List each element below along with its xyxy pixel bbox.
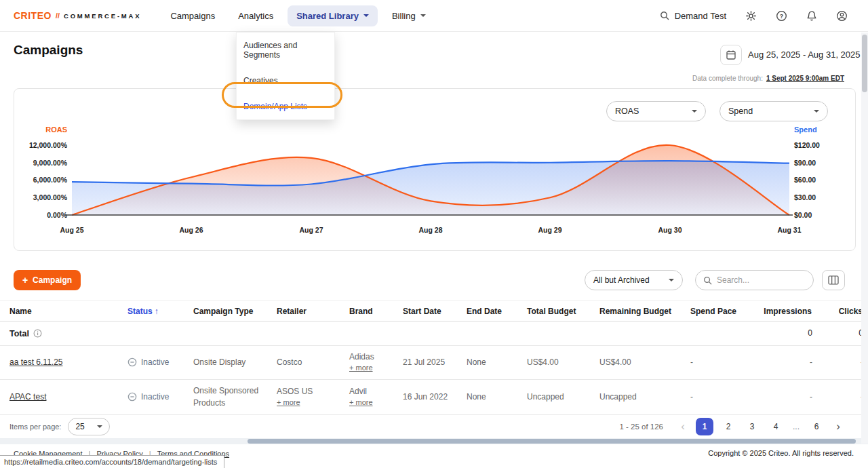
horizontal-scrollbar[interactable] xyxy=(0,438,868,444)
spend-pace-cell: - xyxy=(690,357,750,368)
status-filter-value: All but Archived xyxy=(593,275,650,285)
y-axis-tick: $0.00 xyxy=(794,211,848,219)
end-date-cell: None xyxy=(467,391,527,403)
column-header-total-budget[interactable]: Total Budget xyxy=(527,307,599,316)
search-input[interactable] xyxy=(717,275,798,285)
brand-cell: Adidas + more xyxy=(349,351,403,374)
status-cell: Inactive xyxy=(127,357,193,368)
vertical-scrollbar[interactable] xyxy=(861,33,868,444)
column-header-brand[interactable]: Brand xyxy=(349,307,403,316)
calendar-icon xyxy=(726,50,736,60)
page-button-4[interactable]: 4 xyxy=(767,418,785,435)
next-page-button[interactable] xyxy=(831,418,845,435)
new-campaign-button[interactable]: + Campaign xyxy=(14,270,81,290)
x-axis-tick: Aug 28 xyxy=(407,226,454,234)
pagination-controls: 1 - 25 of 126 1 2 3 4 ... 6 xyxy=(619,418,845,435)
campaign-name-link[interactable]: APAC test xyxy=(9,392,46,402)
data-complete-timestamp[interactable]: 1 Sept 2025 9:00am EDT xyxy=(766,75,844,82)
chevron-down-icon xyxy=(420,14,426,17)
brand-more-link[interactable]: + more xyxy=(349,397,397,408)
menu-item-creatives[interactable]: Creatives xyxy=(237,68,334,94)
column-header-campaign-type[interactable]: Campaign Type xyxy=(193,307,277,316)
left-axis-title: ROAS xyxy=(20,125,67,134)
account-button[interactable] xyxy=(836,10,848,22)
info-icon[interactable] xyxy=(33,329,42,338)
previous-page-button[interactable] xyxy=(676,418,690,435)
column-header-end-date[interactable]: End Date xyxy=(467,307,527,316)
nav-item-campaigns[interactable]: Campaigns xyxy=(161,5,224,26)
help-icon: ? xyxy=(776,10,787,22)
column-header-spend-pace[interactable]: Spend Pace xyxy=(690,307,750,316)
column-header-status[interactable]: Status xyxy=(127,307,193,316)
pagination-bar: Items per page: 25 1 - 25 of 126 1 2 3 4… xyxy=(0,414,868,438)
y-axis-tick: $60.00 xyxy=(794,176,848,184)
total-label-cell: Total xyxy=(0,329,127,338)
plus-icon: + xyxy=(22,275,28,285)
left-metric-select[interactable]: ROAS xyxy=(606,101,706,121)
nav-item-shared-library[interactable]: Shared Library xyxy=(288,5,378,26)
table-row: APAC test Inactive Onsite Sponsored Prod… xyxy=(0,380,868,415)
account-name: Demand Test xyxy=(675,11,726,21)
items-per-page-select[interactable]: 25 xyxy=(68,418,110,435)
y-axis-tick: 12,000.00% xyxy=(20,141,67,149)
campaign-name-link[interactable]: aa test 6.11.25 xyxy=(9,357,63,367)
sort-asc-icon xyxy=(155,307,159,316)
primary-nav: Campaigns Analytics Shared Library Billi… xyxy=(161,5,434,26)
settings-button[interactable] xyxy=(745,10,757,22)
column-header-retailer[interactable]: Retailer xyxy=(277,307,349,316)
campaign-type-cell: Onsite Display xyxy=(193,357,277,368)
total-budget-cell: US$4.00 xyxy=(527,357,599,368)
date-range-value[interactable]: Aug 25, 2025 - Aug 31, 2025 xyxy=(748,50,861,60)
logo-separator: // xyxy=(56,12,60,20)
retailer-more-link[interactable]: + more xyxy=(277,397,344,408)
logo-brand-text: CRITEO xyxy=(14,10,52,21)
notifications-button[interactable] xyxy=(806,10,817,22)
y-axis-tick: $30.00 xyxy=(794,193,848,201)
top-nav: CRITEO // COMMERCE-MAX Campaigns Analyti… xyxy=(0,0,868,32)
nav-item-label: Shared Library xyxy=(296,11,359,21)
svg-text:?: ? xyxy=(780,12,783,19)
retailer-name: Costco xyxy=(277,357,302,367)
x-axis-tick: Aug 26 xyxy=(167,226,215,234)
right-metric-select[interactable]: Spend xyxy=(719,101,828,121)
column-header-remaining-budget[interactable]: Remaining Budget xyxy=(599,307,690,316)
status-filter-select[interactable]: All but Archived xyxy=(585,270,683,290)
right-axis-title: Spend xyxy=(794,125,848,134)
table-total-row: Total 0 0 xyxy=(0,321,868,346)
menu-item-domain-app-lists[interactable]: Domain/App Lists xyxy=(237,94,334,119)
column-header-name[interactable]: Name xyxy=(0,307,127,316)
horizontal-scrollbar-thumb[interactable] xyxy=(248,439,856,444)
remaining-budget-cell: US$4.00 xyxy=(599,357,690,368)
retailer-cell: ASOS US + more xyxy=(277,386,349,408)
date-picker-button[interactable] xyxy=(720,45,742,65)
page-button-1[interactable]: 1 xyxy=(696,418,713,435)
column-header-start-date[interactable]: Start Date xyxy=(403,307,467,316)
copyright-text: Copyright © 2025 Criteo. All rights rese… xyxy=(708,449,854,457)
x-axis-tick: Aug 30 xyxy=(646,226,694,234)
nav-utilities: Demand Test ? xyxy=(660,10,848,22)
help-button[interactable]: ? xyxy=(776,10,787,22)
gear-icon xyxy=(745,10,757,22)
column-header-impressions[interactable]: Impressions xyxy=(750,307,818,316)
y-axis-tick: 3,000.00% xyxy=(20,193,67,201)
page-button-2[interactable]: 2 xyxy=(719,418,737,435)
column-settings-button[interactable] xyxy=(822,270,845,290)
page-button-6[interactable]: 6 xyxy=(808,418,825,435)
x-axis-tick: Aug 31 xyxy=(766,226,813,234)
campaigns-table: Name Status Campaign Type Retailer Brand… xyxy=(0,300,868,415)
status-label: Inactive xyxy=(141,357,169,368)
nav-item-billing[interactable]: Billing xyxy=(383,5,435,26)
total-clicks: 0 xyxy=(818,328,868,339)
account-switcher[interactable]: Demand Test xyxy=(660,11,726,21)
right-metric-value: Spend xyxy=(728,106,753,116)
column-header-clicks[interactable]: Clicks xyxy=(818,307,868,316)
logo-product-text: COMMERCE-MAX xyxy=(64,12,141,20)
menu-item-audiences-and-segments[interactable]: Audiences and Segments xyxy=(237,33,334,68)
clicks-cell: - xyxy=(818,391,868,403)
page-button-3[interactable]: 3 xyxy=(743,418,761,435)
brand-more-link[interactable]: + more xyxy=(349,363,397,374)
nav-item-analytics[interactable]: Analytics xyxy=(229,5,282,26)
vertical-scrollbar-thumb[interactable] xyxy=(862,35,867,92)
x-axis-tick: Aug 29 xyxy=(526,226,574,234)
criteo-logo[interactable]: CRITEO // COMMERCE-MAX xyxy=(14,10,141,21)
